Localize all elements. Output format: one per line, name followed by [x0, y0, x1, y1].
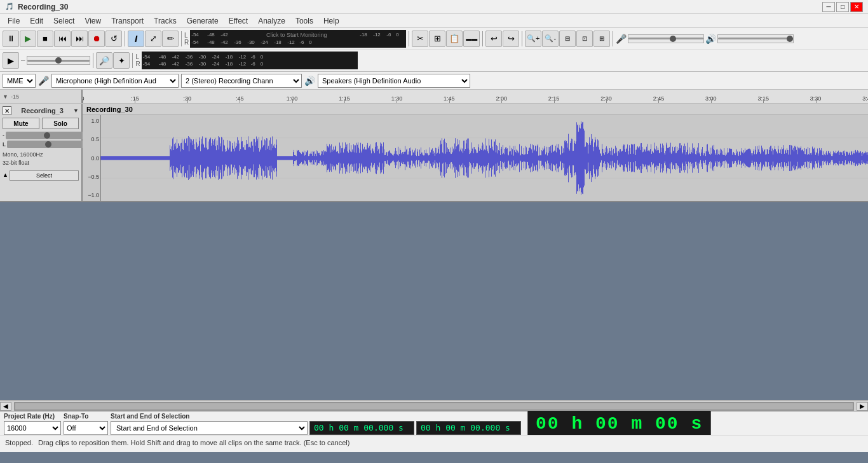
stop-button[interactable]: ■ [37, 31, 53, 47]
host-select[interactable]: MME [3, 74, 36, 88]
project-rate-select[interactable]: 16000 44100 48000 [4, 421, 61, 435]
scrollbar-thumb[interactable] [15, 403, 853, 410]
paste-button[interactable]: 📋 [446, 31, 463, 47]
channels-select[interactable]: 2 (Stereo) Recording Chann [181, 74, 302, 88]
play-gain-slider-container[interactable] [717, 34, 794, 43]
zoom-full-button[interactable]: ⊞ [593, 31, 610, 47]
skip-start-button[interactable]: ⏮ [54, 31, 71, 47]
ruler-offset: -15 [11, 93, 19, 100]
waveform-inner[interactable] [100, 115, 868, 201]
play-gain-slider[interactable] [718, 38, 793, 39]
menu-item-view[interactable]: View [79, 15, 106, 27]
zoom-in-button[interactable]: 🔍+ [525, 31, 541, 47]
menu-item-analyze[interactable]: Analyze [253, 15, 290, 27]
copy-button[interactable]: ⊞ [429, 31, 445, 47]
rec-gain-slider[interactable] [628, 38, 703, 39]
gain-slider[interactable] [6, 132, 88, 139]
record-button[interactable]: ⏺ [88, 31, 105, 47]
cut-button[interactable]: ✂ [412, 31, 428, 47]
input-device-select[interactable]: Microphone (High Definition Aud [51, 74, 179, 88]
status-bar: Stopped. Drag clips to reposition them. … [0, 435, 868, 449]
status-hint: Drag clips to reposition them. Hold Shif… [38, 439, 349, 446]
rec-gain-slider-container[interactable] [628, 34, 704, 43]
multi-tool-button[interactable]: ✦ [113, 52, 130, 69]
menu-item-generate[interactable]: Generate [182, 15, 224, 27]
sel-start-display: 00 h 00 m 00.000 s [314, 423, 403, 432]
selection-start-time[interactable]: 00 h 00 m 00.000 s [309, 421, 414, 435]
envelope-tool-button[interactable]: ⤢ [145, 31, 161, 47]
waveform-container: Recording_30 1.0 0.5 0.0 −0.5 −1.0 [83, 104, 868, 201]
selection-end-time[interactable]: 00 h 00 m 00.000 s [416, 421, 521, 435]
pan-slider[interactable] [7, 141, 89, 148]
maximize-button[interactable]: □ [836, 2, 849, 12]
track-close-button[interactable]: ✕ [3, 106, 11, 115]
track-select-button[interactable]: Select [10, 170, 79, 181]
output-device-select[interactable]: Speakers (High Definition Audio [318, 74, 470, 88]
loop-button[interactable]: ↺ [105, 31, 122, 47]
sel-end-display: 00 h 00 m 00.000 s [421, 423, 510, 432]
separator8 [132, 53, 133, 68]
track-title-bar: ✕ Recording_3 ▼ [3, 106, 79, 115]
speed-slider-container[interactable] [27, 56, 90, 65]
silence-button[interactable]: ▬▬ [463, 31, 480, 47]
rec-vu-meter[interactable]: -54 -48 -42 Click to Start Monitoring -1… [190, 30, 406, 48]
zoom-sel-button[interactable]: ⊡ [576, 31, 593, 47]
solo-button[interactable]: Solo [42, 118, 79, 129]
menu-item-transport[interactable]: Transport [106, 15, 149, 27]
status-text: Stopped. [5, 439, 33, 446]
snap-to-select[interactable]: Off Nearest [64, 421, 108, 435]
gain-row: - + [3, 132, 79, 139]
track-dropdown-button[interactable]: ▼ [73, 107, 79, 114]
ruler-tick-line-9 [554, 99, 555, 103]
play-vu-top: -54 -48 -42 -36 -30 -24 -18 -12 -6 0 [143, 53, 356, 60]
redo-button[interactable]: ↪ [503, 31, 519, 47]
minimize-button[interactable]: ─ [822, 2, 835, 12]
click-monitor-text[interactable]: Click to Start Monitoring [234, 32, 359, 38]
device-toolbar: MME 🎤 Microphone (High Definition Aud 2 … [0, 72, 868, 90]
bottom-controls: Project Rate (Hz) 16000 44100 48000 Snap… [0, 412, 868, 435]
selection-type-select[interactable]: Start and End of Selection [111, 421, 308, 435]
horizontal-scrollbar[interactable] [14, 402, 854, 411]
skip-end-button[interactable]: ⏭ [71, 31, 88, 47]
ruler-tick-line-13 [763, 99, 764, 103]
scroll-right-button[interactable]: ▶ [857, 402, 868, 411]
ruler-tick-line-11 [658, 99, 659, 103]
play-button[interactable]: ▶ [20, 31, 36, 47]
track-expand-icon[interactable]: ▲ [3, 172, 8, 178]
timeline-ruler-container: ▼ -15 0:15:30:451:001:151:301:452:002:15… [0, 90, 868, 104]
pause-button[interactable]: ⏸ [3, 31, 19, 47]
scroll-left-button[interactable]: ◀ [0, 402, 11, 411]
speaker-icon: 🔊 [705, 34, 716, 44]
menu-item-tools[interactable]: Tools [290, 15, 318, 27]
zoom-normal-button[interactable]: 🔎 [96, 52, 112, 69]
mute-button[interactable]: Mute [3, 118, 39, 129]
track-name-label: Recording_3 [21, 107, 64, 114]
undo-button[interactable]: ↩ [485, 31, 502, 47]
menu-item-tracks[interactable]: Tracks [149, 15, 182, 27]
ruler-tick-line-14 [816, 99, 817, 103]
menu-item-effect[interactable]: Effect [224, 15, 253, 27]
zoom-out-button[interactable]: 🔍- [542, 31, 559, 47]
menu-item-file[interactable]: File [3, 15, 25, 27]
work-area [0, 202, 868, 400]
draw-tool-button[interactable]: ✏ [162, 31, 179, 47]
menu-bar: FileEditSelectViewTransportTracksGenerat… [0, 14, 868, 28]
play-cursor-icon[interactable]: ▶ [3, 52, 19, 69]
waveform-canvas[interactable] [100, 115, 868, 201]
separator2 [181, 31, 182, 46]
ruler-tick-line-10 [606, 99, 607, 103]
close-button[interactable]: ✕ [850, 2, 863, 12]
mic-device-icon: 🎤 [38, 76, 49, 86]
waveform-canvas-area[interactable]: 1.0 0.5 0.0 −0.5 −1.0 [83, 115, 868, 201]
play-vu-meter[interactable]: -54 -48 -42 -36 -30 -24 -18 -12 -6 0 -54… [142, 52, 358, 69]
play-vu-area: L R -54 -48 -42 -36 -30 -24 -18 -12 -6 0 [135, 52, 357, 69]
titlebar-controls[interactable]: ─ □ ✕ [822, 2, 863, 12]
menu-item-edit[interactable]: Edit [25, 15, 48, 27]
menu-item-help[interactable]: Help [318, 15, 344, 27]
gain-min-label: - [3, 132, 4, 139]
fit-project-button[interactable]: ⊟ [559, 31, 576, 47]
speed-slider[interactable] [27, 60, 90, 62]
menu-item-select[interactable]: Select [48, 15, 79, 27]
selection-tool-button[interactable]: I [128, 31, 144, 47]
track-header: ✕ Recording_3 ▼ Mute Solo - + L R Mono, … [0, 104, 83, 201]
